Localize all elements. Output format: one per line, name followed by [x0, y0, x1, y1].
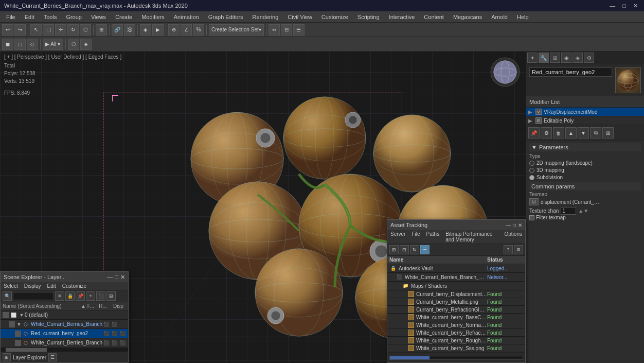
menu-animation[interactable]: Animation	[170, 13, 203, 21]
menu-customize[interactable]: Customize	[317, 13, 352, 21]
view-dropdown[interactable]: ▶ All ▾	[43, 39, 63, 50]
se-row-red-currant[interactable]: ⬡ Red_currant_berry_geo2 ⬛ ⬛ ⬛	[1, 329, 128, 338]
se-row-white-branch-child[interactable]: ⬡ White_Currant_Berries_Branch ⬛ ⬛ ⬛	[1, 338, 128, 348]
at-menu-file[interactable]: File	[410, 231, 421, 243]
polygon-btn[interactable]: ◻	[14, 39, 26, 50]
se-footer-btn2[interactable]: ☰	[48, 353, 57, 361]
se-tb-add[interactable]: +	[86, 291, 95, 301]
texture-chan-arrows[interactable]: ▲▼	[578, 208, 588, 214]
params-header[interactable]: ▼ Parameters	[529, 143, 641, 151]
sub-object-btn[interactable]: ◼	[2, 39, 13, 50]
menu-scripting[interactable]: Scripting	[353, 13, 384, 21]
at-row-6[interactable]: White_currant_berry_BaseColor.png Found	[387, 314, 525, 321]
at-row-3[interactable]: Currant_berry_Displacement.png Found	[387, 290, 525, 298]
menu-civil-view[interactable]: Civil View	[283, 13, 316, 21]
se-menu-select[interactable]: Select	[3, 283, 19, 289]
wire-btn[interactable]: ⬡	[68, 39, 79, 50]
at-row-1[interactable]: ⬛ White_Currant_Berries_Branch_max_vray.…	[387, 273, 525, 282]
at-tb-1[interactable]: ⊞	[389, 245, 399, 254]
percent-snap-btn[interactable]: %	[193, 24, 204, 36]
tab-create[interactable]: ✦	[527, 53, 538, 63]
scale-btn[interactable]: ⬡	[80, 24, 91, 36]
object-name-display[interactable]: Red_currant_berry_geo2	[529, 67, 612, 77]
se-eye-branch[interactable]	[9, 321, 15, 327]
tab-display[interactable]: ◈	[573, 53, 583, 63]
render-btn[interactable]: ▶	[152, 24, 164, 36]
unlink-btn[interactable]: ⛓	[124, 24, 135, 36]
menu-tools[interactable]: Tools	[40, 13, 61, 21]
se-tb-search[interactable]: 🔍	[3, 291, 12, 301]
undo-btn[interactable]: ↩	[2, 24, 13, 36]
at-row-7[interactable]: White_currant_berry_Normal.png Found	[387, 321, 525, 329]
at-row-0[interactable]: 🔒 Autodesk Vault Logged...	[387, 264, 525, 273]
se-close-btn[interactable]: ✕	[120, 274, 125, 281]
menu-create[interactable]: Create	[111, 13, 136, 21]
filter-texmap-checkbox[interactable]	[529, 215, 534, 220]
tab-motion[interactable]: ◉	[561, 53, 571, 63]
radio-2d-mapping[interactable]	[529, 161, 534, 166]
at-row-2[interactable]: 📁 Maps / Shaders	[387, 282, 525, 290]
se-row-branch-parent[interactable]: ▼ ⬡ White_Currant_Berries_Branch ⬛ ⬛	[1, 320, 128, 329]
menu-rendering[interactable]: Rendering	[248, 13, 283, 21]
radio-3d-mapping[interactable]	[529, 168, 534, 173]
at-menu-options[interactable]: Options	[504, 231, 523, 243]
texmap-checkbox[interactable]: ☑	[529, 198, 539, 205]
menu-interactive[interactable]: Interactive	[385, 13, 419, 21]
menu-help[interactable]: Help	[513, 13, 533, 21]
se-window-controls[interactable]: — □ ✕	[107, 274, 125, 281]
at-minimize-btn[interactable]: —	[506, 222, 511, 228]
se-tb-pin[interactable]: 📌	[76, 291, 85, 301]
at-close-btn[interactable]: ✕	[518, 222, 522, 228]
align-btn[interactable]: ⊟	[281, 24, 292, 36]
se-restore-btn[interactable]: □	[115, 274, 118, 281]
menu-views[interactable]: Views	[87, 13, 110, 21]
mod-down-btn[interactable]: ▼	[578, 127, 589, 139]
se-tb-clear[interactable]: ✕	[55, 291, 64, 301]
minimize-btn[interactable]: —	[607, 3, 617, 9]
tab-hierarchy[interactable]: ⊞	[550, 53, 560, 63]
mod-pin-btn[interactable]: 📌	[528, 127, 540, 139]
material-btn[interactable]: ◈	[140, 24, 151, 36]
se-search-input[interactable]	[13, 292, 54, 300]
maximize-btn[interactable]: □	[620, 3, 628, 9]
menu-graph-editors[interactable]: Graph Editors	[204, 13, 247, 21]
se-eye-white[interactable]	[15, 340, 21, 346]
window-controls[interactable]: — □ ✕	[607, 3, 640, 9]
menu-megascans[interactable]: Megascans	[449, 13, 486, 21]
menu-modifiers[interactable]: Modifiers	[137, 13, 169, 21]
modifier-item-vray[interactable]: ▶ V VRayDisplacementMod	[526, 108, 644, 116]
se-tb-filter[interactable]: ⬛	[96, 291, 105, 301]
modifier-item-edpoly[interactable]: ▶ E Editable Poly	[526, 116, 644, 125]
at-tb-4[interactable]: ☰	[420, 245, 430, 254]
menu-file[interactable]: File	[2, 13, 20, 21]
se-tb-sort[interactable]: ⊞	[106, 291, 116, 301]
se-expand-default[interactable]: ▼	[19, 313, 25, 318]
at-tb-2[interactable]: ⊟	[400, 245, 409, 254]
menu-content[interactable]: Content	[420, 13, 448, 21]
at-menu-server[interactable]: Server	[389, 231, 406, 243]
at-row-10[interactable]: White_currant_berry_Sss.png Found	[387, 344, 525, 352]
at-tb-settings[interactable]: ⚙	[514, 245, 523, 254]
texture-chan-input[interactable]	[561, 207, 576, 215]
select-region-btn[interactable]: ⬚	[43, 24, 54, 36]
menu-arnold[interactable]: Arnold	[487, 13, 512, 21]
se-minimize-btn[interactable]: —	[107, 274, 113, 281]
at-menu-paths[interactable]: Paths	[425, 231, 441, 243]
se-row-layer-default[interactable]: ⬜ ▼ 0 (default)	[1, 310, 128, 320]
mod-up-btn[interactable]: ▲	[565, 127, 577, 139]
se-menu-customize[interactable]: Customize	[61, 283, 87, 289]
at-row-8[interactable]: White_currant_berry_Refraction.png Found	[387, 329, 525, 337]
at-tb-3[interactable]: ↻	[410, 245, 419, 254]
mod-paste-btn[interactable]: ⊞	[602, 127, 614, 139]
radio-subdivision[interactable]	[529, 175, 534, 180]
edge-btn[interactable]: ◇	[27, 39, 38, 50]
se-eye-red[interactable]	[15, 331, 21, 337]
mod-copy-btn[interactable]: ⧉	[590, 127, 601, 139]
mod-config-btn[interactable]: ⚙	[541, 127, 552, 139]
se-tb-lock[interactable]: 🔒	[65, 291, 75, 301]
at-row-4[interactable]: Currant_berry_Metallic.png Found	[387, 298, 525, 306]
se-footer-btn1[interactable]: ⊞	[3, 353, 11, 361]
menu-edit[interactable]: Edit	[21, 13, 39, 21]
se-menu-display[interactable]: Display	[23, 283, 42, 289]
se-eye-default[interactable]	[3, 312, 9, 318]
